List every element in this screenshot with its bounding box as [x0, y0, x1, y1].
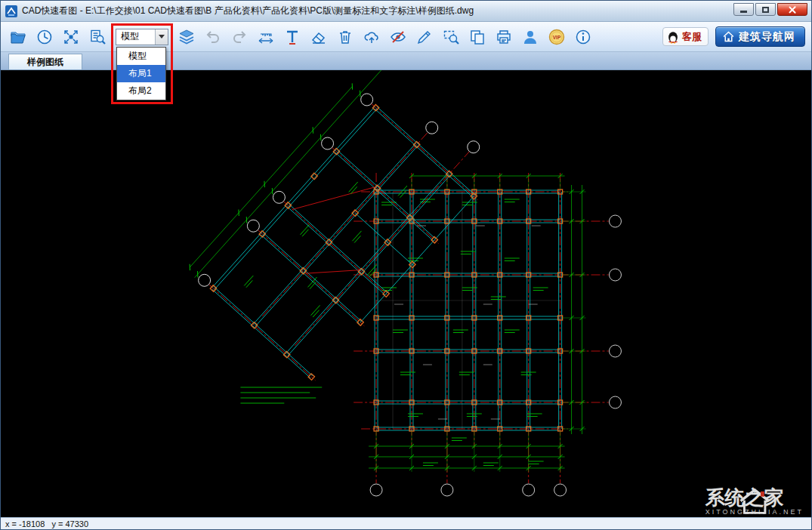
window-controls	[732, 1, 807, 21]
copy-layout-button[interactable]	[469, 29, 486, 45]
cad-drawing	[1, 70, 811, 517]
vip-button[interactable]: VIP	[548, 29, 565, 45]
draw-annotation-button[interactable]	[416, 29, 433, 45]
dropdown-option-layout2[interactable]: 布局2	[117, 82, 165, 100]
chevron-down-icon[interactable]	[155, 29, 168, 45]
vip-label: VIP	[553, 34, 561, 39]
window-title: CAD快速看图 - E:\工作交接\01 CAD快速看图\B 产品化资料\产品化…	[22, 5, 732, 17]
dropdown-option-model[interactable]: 模型	[117, 48, 165, 65]
undo-button[interactable]	[205, 29, 221, 45]
customer-service-label: 客服	[682, 30, 702, 44]
qq-penguin-icon	[666, 30, 680, 44]
eraser-button[interactable]	[310, 29, 327, 45]
cloud-markup-button[interactable]	[363, 29, 380, 45]
house-icon	[722, 30, 735, 43]
recent-files-button[interactable]	[36, 29, 53, 45]
layout-dropdown-list: 模型 布局1 布局2	[116, 47, 166, 100]
status-bar: x = -18108 y = 47330	[1, 517, 811, 529]
drawing-canvas[interactable]: 系统之家 XITONGZHIJIA.NET	[1, 70, 811, 517]
customer-service-button[interactable]: 客服	[662, 27, 709, 46]
minimize-icon	[740, 11, 747, 13]
redo-button[interactable]	[231, 29, 248, 45]
tab-sample-drawing[interactable]: 样例图纸	[8, 54, 82, 69]
open-file-button[interactable]	[10, 29, 26, 45]
text-annotation-button[interactable]	[284, 29, 301, 45]
maximize-icon	[762, 7, 769, 13]
find-button[interactable]	[89, 29, 106, 45]
zoom-window-button[interactable]	[443, 29, 459, 45]
minimize-button[interactable]	[733, 3, 754, 16]
delete-button[interactable]	[337, 29, 354, 45]
cursor-coordinates: x = -18108 y = 47330	[5, 519, 88, 528]
print-button[interactable]	[496, 29, 512, 45]
fit-view-button[interactable]	[63, 29, 79, 45]
close-button[interactable]	[777, 3, 807, 16]
info-button[interactable]	[575, 29, 591, 45]
nav-site-label: 建筑导航网	[739, 30, 795, 44]
layout-dropdown-value: 模型	[116, 30, 155, 43]
user-account-button[interactable]	[522, 29, 539, 45]
app-logo-icon	[5, 5, 17, 17]
app-window: CAD快速看图 - E:\工作交接\01 CAD快速看图\B 产品化资料\产品化…	[0, 0, 812, 530]
measure-button[interactable]	[258, 29, 274, 45]
layers-button[interactable]	[178, 29, 195, 45]
layout-dropdown[interactable]: 模型	[116, 29, 168, 45]
nav-site-button[interactable]: 建筑导航网	[715, 26, 805, 47]
toolbar-right-group: 客服 建筑导航网	[662, 26, 805, 47]
title-bar: CAD快速看图 - E:\工作交接\01 CAD快速看图\B 产品化资料\产品化…	[1, 1, 811, 22]
close-icon	[789, 6, 796, 14]
dropdown-option-layout1[interactable]: 布局1	[117, 65, 165, 82]
hide-annotations-button[interactable]	[390, 29, 406, 45]
maximize-button[interactable]	[755, 3, 776, 16]
